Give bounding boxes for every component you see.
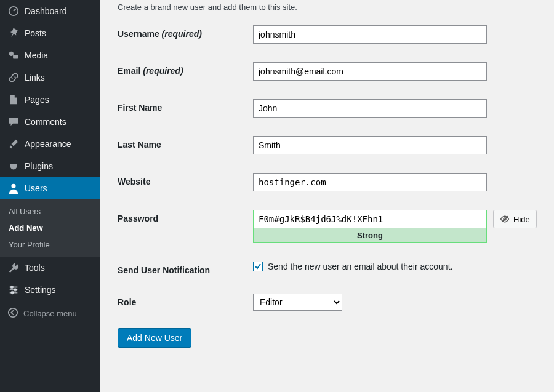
submenu-all-users[interactable]: All Users <box>0 203 100 220</box>
sidebar-item-label: Appearance <box>25 139 71 149</box>
last-name-input[interactable] <box>253 136 487 154</box>
svg-point-3 <box>11 184 15 188</box>
sidebar-item-label: Plugins <box>25 161 53 171</box>
email-input[interactable] <box>253 62 487 81</box>
svg-point-5 <box>14 289 17 291</box>
sidebar-item-label: Users <box>25 183 47 193</box>
main-content: Create a brand new user and add them to … <box>100 0 554 392</box>
password-label: Password <box>118 210 253 223</box>
sidebar-item-plugins[interactable]: Plugins <box>0 155 100 177</box>
page-description: Create a brand new user and add them to … <box>118 2 537 12</box>
svg-point-4 <box>11 286 14 289</box>
sidebar-item-label: Tools <box>25 263 45 273</box>
username-input[interactable] <box>253 25 487 44</box>
sidebar-item-links[interactable]: Links <box>0 66 100 89</box>
notify-checkbox[interactable] <box>253 262 263 271</box>
collapse-icon <box>7 307 20 319</box>
sidebar-item-dashboard[interactable]: Dashboard <box>0 0 100 22</box>
wrench-icon <box>7 262 20 274</box>
hide-button-label: Hide <box>513 215 530 224</box>
plug-icon <box>7 160 20 172</box>
last-name-label: Last Name <box>118 136 253 150</box>
sidebar-item-label: Comments <box>25 117 66 127</box>
notify-label: Send User Notification <box>118 262 253 275</box>
sidebar-item-label: Media <box>25 50 48 60</box>
user-icon <box>7 182 20 194</box>
sidebar-item-posts[interactable]: Posts <box>0 22 100 44</box>
email-label: Email (required) <box>118 62 253 76</box>
add-new-user-button[interactable]: Add New User <box>118 328 191 348</box>
sliders-icon <box>7 284 20 296</box>
svg-point-1 <box>9 52 14 56</box>
password-strength: Strong <box>253 228 487 243</box>
collapse-menu[interactable]: Collapse menu <box>0 301 100 326</box>
collapse-label: Collapse menu <box>23 309 77 318</box>
website-label: Website <box>118 173 253 186</box>
first-name-label: First Name <box>118 99 253 113</box>
role-select[interactable]: Editor <box>253 294 342 311</box>
eye-off-icon <box>500 214 510 224</box>
role-label: Role <box>118 294 253 307</box>
notify-description: Send the new user an email about their a… <box>268 262 452 271</box>
sidebar-item-users[interactable]: Users <box>0 177 100 199</box>
sidebar-item-label: Posts <box>25 28 46 38</box>
svg-point-7 <box>9 308 17 317</box>
sidebar-item-appearance[interactable]: Appearance <box>0 133 100 155</box>
dashboard-icon <box>7 5 20 17</box>
sidebar-item-label: Pages <box>25 95 49 105</box>
submenu-add-new[interactable]: Add New <box>0 220 100 236</box>
sidebar-submenu-users: All Users Add New Your Profile <box>0 199 100 257</box>
sidebar-item-label: Settings <box>25 285 56 295</box>
comment-icon <box>7 116 20 128</box>
sidebar-item-settings[interactable]: Settings <box>0 279 100 301</box>
website-input[interactable] <box>253 173 487 191</box>
hide-password-button[interactable]: Hide <box>493 210 537 228</box>
link-icon <box>7 71 20 84</box>
media-icon <box>7 49 20 62</box>
sidebar-item-media[interactable]: Media <box>0 44 100 66</box>
svg-point-6 <box>11 292 14 294</box>
pin-icon <box>7 27 20 39</box>
sidebar-item-label: Dashboard <box>25 6 67 16</box>
page-icon <box>7 94 20 106</box>
submenu-your-profile[interactable]: Your Profile <box>0 236 100 253</box>
username-label: Username (required) <box>118 25 253 39</box>
admin-sidebar: Dashboard Posts Media Links Pages Commen… <box>0 0 100 392</box>
first-name-input[interactable] <box>253 99 487 118</box>
brush-icon <box>7 138 20 150</box>
sidebar-item-pages[interactable]: Pages <box>0 89 100 111</box>
password-input[interactable] <box>253 210 487 228</box>
sidebar-item-tools[interactable]: Tools <box>0 257 100 279</box>
sidebar-item-label: Links <box>25 73 45 82</box>
sidebar-item-comments[interactable]: Comments <box>0 111 100 133</box>
svg-rect-2 <box>13 55 18 58</box>
